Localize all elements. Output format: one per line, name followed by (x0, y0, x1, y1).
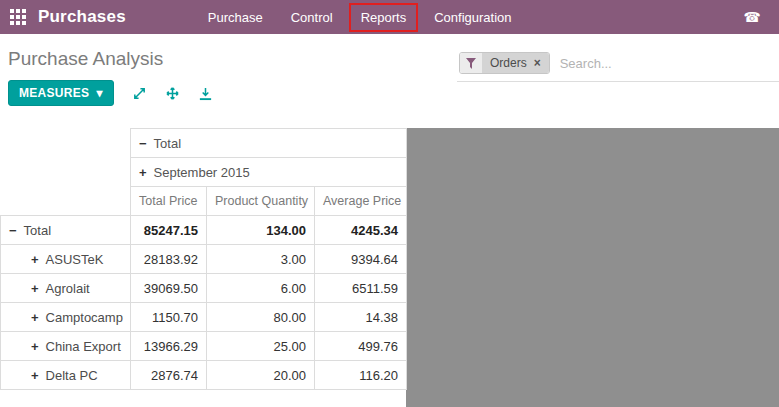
search-facet: Orders × (459, 52, 550, 74)
pivot-cell-value[interactable]: 116.20 (315, 361, 407, 390)
pivot-cell-value[interactable]: 14.38 (315, 303, 407, 332)
row-header-asustek[interactable]: +ASUSTeK (1, 245, 131, 274)
app-title: Purchases (38, 7, 126, 27)
row-header-label: Camptocamp (46, 310, 123, 325)
table-row: +Agrolait39069.506.006511.59 (1, 274, 407, 303)
measure-header-product-quantity[interactable]: Product Quantity (207, 187, 315, 216)
row-header-label: Delta PC (46, 368, 98, 383)
col-group-total[interactable]: −Total (131, 129, 407, 158)
row-header-label: China Export (46, 339, 121, 354)
table-row: +ASUSTeK28183.923.009394.64 (1, 245, 407, 274)
pivot-cell-value[interactable]: 6.00 (207, 274, 315, 303)
pivot-cell-value[interactable]: 39069.50 (131, 274, 207, 303)
table-row: +Delta PC2876.7420.00116.20 (1, 361, 407, 390)
row-header-label: Total (24, 223, 51, 238)
expand-icon[interactable]: + (31, 368, 39, 383)
pivot-cell-value[interactable]: 25.00 (207, 332, 315, 361)
main-menu: Purchase Control Reports Configuration (194, 1, 526, 34)
measure-header-total-price[interactable]: Total Price (131, 187, 207, 216)
pivot-cell-value[interactable]: 6511.59 (315, 274, 407, 303)
pivot-corner (1, 129, 131, 216)
expand-icon[interactable]: + (31, 339, 39, 354)
pivot-cell-value[interactable]: 499.76 (315, 332, 407, 361)
pivot-cell-value[interactable]: 134.00 (207, 216, 315, 245)
caret-down-icon: ▾ (96, 86, 102, 100)
top-navbar: Purchases Purchase Control Reports Confi… (0, 0, 779, 34)
table-row: +Camptocamp1150.7080.0014.38 (1, 303, 407, 332)
menu-item-reports[interactable]: Reports (349, 3, 419, 32)
collapse-icon[interactable]: − (139, 136, 147, 151)
expand-icon[interactable]: + (139, 165, 147, 180)
facet-label: Orders × (482, 53, 549, 73)
pivot-cell-value[interactable]: 3.00 (207, 245, 315, 274)
expand-icon[interactable]: + (31, 281, 39, 296)
row-header-delta-pc[interactable]: +Delta PC (1, 361, 131, 390)
pivot-table: −Total +September 2015 Total Price Produ… (0, 128, 407, 390)
download-icon[interactable] (198, 86, 213, 101)
pivot-cell-value[interactable]: 80.00 (207, 303, 315, 332)
facet-text: Orders (490, 56, 527, 70)
col-group-total-label: Total (154, 136, 181, 151)
facet-remove-icon[interactable]: × (534, 56, 541, 70)
search-placeholder: Search... (560, 56, 612, 71)
table-row: +China Export13966.2925.00499.76 (1, 332, 407, 361)
expand-all-icon[interactable] (165, 86, 180, 101)
row-header-agrolait[interactable]: +Agrolait (1, 274, 131, 303)
col-group-month[interactable]: +September 2015 (131, 158, 407, 187)
row-header-label: ASUSTeK (46, 252, 104, 267)
search-input[interactable]: Orders × Search... (457, 50, 779, 82)
pivot-cell-value[interactable]: 20.00 (207, 361, 315, 390)
row-header-label: Agrolait (46, 281, 90, 296)
content-backdrop: −Total +September 2015 Total Price Produ… (0, 128, 779, 407)
measures-button-label: MEASURES (19, 86, 89, 100)
row-header-china-export[interactable]: +China Export (1, 332, 131, 361)
control-panel: Purchase Analysis Orders × Search... MEA… (0, 34, 779, 128)
phone-icon[interactable]: ☎ (744, 9, 761, 25)
menu-item-configuration[interactable]: Configuration (420, 1, 525, 34)
pivot-cell-value[interactable]: 1150.70 (131, 303, 207, 332)
table-row: −Total85247.15134.004245.34 (1, 216, 407, 245)
expand-icon[interactable]: + (31, 310, 39, 325)
col-group-month-label: September 2015 (154, 165, 250, 180)
measures-button[interactable]: MEASURES ▾ (8, 80, 114, 106)
menu-item-control[interactable]: Control (277, 1, 347, 34)
pivot-cell-value[interactable]: 4245.34 (315, 216, 407, 245)
apps-grid-icon[interactable] (10, 9, 26, 25)
row-header-total[interactable]: −Total (1, 216, 131, 245)
pivot-cell-value[interactable]: 85247.15 (131, 216, 207, 245)
pivot-cell-value[interactable]: 9394.64 (315, 245, 407, 274)
measure-header-average-price[interactable]: Average Price (315, 187, 407, 216)
expand-icon[interactable]: + (31, 252, 39, 267)
collapse-icon[interactable]: − (9, 223, 17, 238)
pivot-cell-value[interactable]: 13966.29 (131, 332, 207, 361)
flip-axis-icon[interactable] (132, 86, 147, 101)
pivot-cell-value[interactable]: 28183.92 (131, 245, 207, 274)
pivot-cell-value[interactable]: 2876.74 (131, 361, 207, 390)
menu-item-purchase[interactable]: Purchase (194, 1, 277, 34)
row-header-camptocamp[interactable]: +Camptocamp (1, 303, 131, 332)
filter-funnel-icon (460, 53, 482, 73)
